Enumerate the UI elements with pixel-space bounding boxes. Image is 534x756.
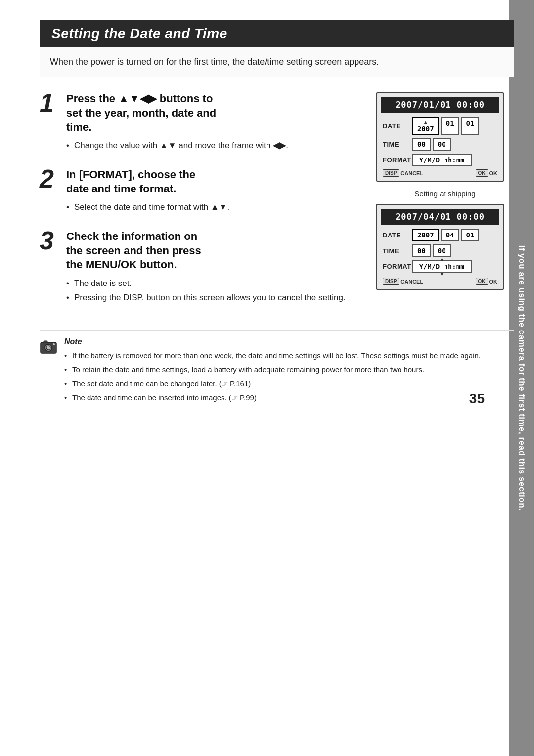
page-title: Setting the Date and Time — [51, 26, 502, 42]
screen-2-format-label: FORMAT — [383, 263, 412, 270]
screen-2-date-values: 2007 04 01 — [412, 229, 497, 241]
screen-1-ok-btn: OK OK — [476, 169, 498, 177]
step-3-content: Check the information onthe screen and t… — [66, 230, 361, 306]
title-bar: Setting the Date and Time — [40, 20, 514, 47]
screen-1-cancel-label: CANCEL — [400, 170, 423, 176]
ok-icon: OK — [476, 169, 488, 177]
step-2-heading: In [FORMAT], choose thedate and time for… — [66, 168, 361, 196]
step-3-number: 3 — [40, 228, 59, 253]
disp-icon-2: DISP — [383, 278, 399, 285]
screen-2-footer: DISP CANCEL OK OK — [381, 278, 499, 285]
screen-2-format-row: FORMAT ▲ Y/M/D hh:mm ▼ — [381, 260, 499, 273]
page-number: 35 — [469, 391, 485, 407]
note-bullet-4: The date and time can be inserted into i… — [64, 392, 514, 404]
step-1-bullet-1: Change the value with ▲▼ and move the fr… — [66, 140, 361, 152]
step-2-number: 2 — [40, 166, 59, 191]
screen-1-format-label: FORMAT — [383, 156, 412, 164]
step-2: 2 In [FORMAT], choose thedate and time f… — [40, 168, 361, 216]
camera-screen-2: 2007/04/01 00:00 DATE 2007 04 01 — [376, 204, 504, 290]
step-3-bullets: The date is set. Pressing the DISP. butt… — [66, 277, 361, 304]
screen-2-hour: 00 — [412, 244, 431, 257]
screen-1-date-row: DATE ▲ 2007 01 01 — [381, 117, 499, 135]
screen-1-time-values: 00 00 — [412, 138, 497, 151]
svg-rect-3 — [44, 341, 47, 343]
step-3: 3 Check the information onthe screen and… — [40, 230, 361, 306]
screen-1-time-label: TIME — [383, 141, 412, 148]
screen-2-time-row: TIME 00 00 — [381, 244, 499, 257]
step-3-bullet-1: The date is set. — [66, 277, 361, 290]
step-1-bullets: Change the value with ▲▼ and move the fr… — [66, 140, 361, 152]
screen-2-format-box: ▲ Y/M/D hh:mm ▼ — [412, 260, 472, 273]
screen-1-format-box: Y/M/D hh:mm — [412, 154, 472, 166]
screen-1-minute: 00 — [433, 138, 451, 151]
note-title: Note — [64, 337, 82, 346]
camera-screen-1: 2007/01/01 00:00 DATE ▲ 2007 01 01 — [376, 92, 504, 182]
screen-2-ok-label: OK — [490, 279, 498, 284]
note-section: Note If the battery is removed for more … — [40, 330, 514, 407]
disp-icon: DISP — [383, 169, 399, 177]
intro-text: When the power is turned on for the firs… — [50, 55, 504, 69]
note-bullet-1: If the battery is removed for more than … — [64, 350, 514, 362]
note-bullets: If the battery is removed for more than … — [64, 350, 514, 404]
screen-1-date-values: ▲ 2007 01 01 — [412, 117, 497, 135]
ok-icon-2: OK — [476, 278, 488, 285]
screen-1-format-value: Y/M/D hh:mm — [412, 154, 497, 166]
screen-2-format-value: ▲ Y/M/D hh:mm ▼ — [412, 260, 497, 273]
step-2-bullets: Select the date and time format with ▲▼. — [66, 201, 361, 214]
screen-1-year: ▲ 2007 — [412, 117, 439, 135]
screen-2-minute: 00 — [433, 244, 451, 257]
screen-1-hour: 00 — [412, 138, 431, 151]
screen-1-footer: DISP CANCEL OK OK — [381, 169, 499, 177]
screen-2-date-row: DATE 2007 04 01 — [381, 229, 499, 241]
screen-1-caption: Setting at shipping — [376, 189, 514, 198]
screen-2-cancel-label: CANCEL — [400, 279, 423, 284]
note-title-line: Note — [64, 337, 514, 346]
screen-1-day: 01 — [461, 117, 480, 135]
left-column: 1 Press the ▲▼◀▶ buttons toset the year,… — [40, 92, 361, 320]
screen-1-cancel-btn: DISP CANCEL — [383, 169, 423, 177]
note-icon — [40, 338, 57, 407]
screen-2-header: 2007/04/01 00:00 — [381, 209, 499, 225]
screen-1-format-row: FORMAT Y/M/D hh:mm — [381, 154, 499, 166]
note-content: Note If the battery is removed for more … — [64, 337, 514, 407]
step-1-number: 1 — [40, 90, 59, 116]
screen-2-cancel-btn: DISP CANCEL — [383, 278, 423, 285]
screen-1-month: 01 — [441, 117, 459, 135]
intro-box: When the power is turned on for the firs… — [40, 47, 514, 77]
screen-1-time-row: TIME 00 00 — [381, 138, 499, 151]
step-1: 1 Press the ▲▼◀▶ buttons toset the year,… — [40, 92, 361, 154]
screen-2-time-values: 00 00 — [412, 244, 497, 257]
screen-2-year: 2007 — [412, 229, 439, 241]
note-dashes — [86, 341, 514, 341]
screen-2-day: 01 — [461, 229, 480, 241]
screen-1-ok-label: OK — [490, 170, 498, 176]
screen-1-header: 2007/01/01 00:00 — [381, 97, 499, 113]
svg-point-2 — [46, 346, 50, 350]
svg-point-4 — [53, 343, 55, 345]
screen-2-time-label: TIME — [383, 247, 412, 255]
screen-2-ok-btn: OK OK — [476, 278, 498, 285]
main-content: 1 Press the ▲▼◀▶ buttons toset the year,… — [40, 92, 514, 320]
step-3-bullet-2: Pressing the DISP. button on this screen… — [66, 291, 361, 304]
screen-2-month: 04 — [441, 229, 459, 241]
note-bullet-3: The set date and time can be changed lat… — [64, 378, 514, 390]
step-3-heading: Check the information onthe screen and t… — [66, 230, 361, 272]
screen-1-date-label: DATE — [383, 122, 412, 130]
step-1-content: Press the ▲▼◀▶ buttons toset the year, m… — [66, 92, 361, 154]
step-1-heading: Press the ▲▼◀▶ buttons toset the year, m… — [66, 92, 361, 135]
right-column: 2007/01/01 00:00 DATE ▲ 2007 01 01 — [376, 92, 514, 320]
screen-2-date-label: DATE — [383, 232, 412, 239]
step-2-content: In [FORMAT], choose thedate and time for… — [66, 168, 361, 216]
note-bullet-2: To retain the date and time settings, lo… — [64, 364, 514, 376]
page-container: Setting the Date and Time When the power… — [20, 0, 514, 426]
step-2-bullet-1: Select the date and time format with ▲▼. — [66, 201, 361, 214]
